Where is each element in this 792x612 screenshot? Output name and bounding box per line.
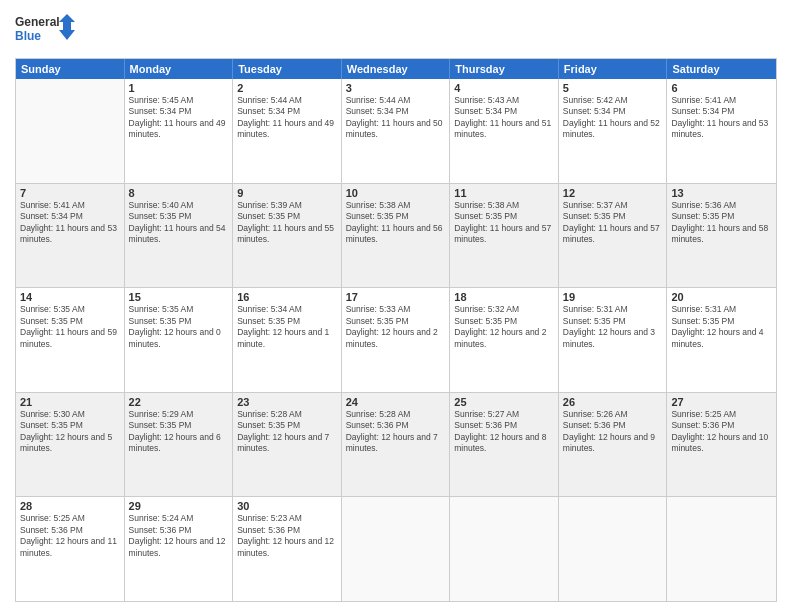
calendar-cell: 21Sunrise: 5:30 AM Sunset: 5:35 PM Dayli… (16, 393, 125, 497)
cell-info: Sunrise: 5:24 AM Sunset: 5:36 PM Dayligh… (129, 513, 229, 559)
day-number: 30 (237, 500, 337, 512)
calendar-cell: 28Sunrise: 5:25 AM Sunset: 5:36 PM Dayli… (16, 497, 125, 601)
calendar-cell: 29Sunrise: 5:24 AM Sunset: 5:36 PM Dayli… (125, 497, 234, 601)
calendar-day-header: Monday (125, 59, 234, 79)
calendar-cell: 9Sunrise: 5:39 AM Sunset: 5:35 PM Daylig… (233, 184, 342, 288)
calendar-cell (559, 497, 668, 601)
day-number: 14 (20, 291, 120, 303)
day-number: 19 (563, 291, 663, 303)
calendar-cell: 3Sunrise: 5:44 AM Sunset: 5:34 PM Daylig… (342, 79, 451, 183)
calendar-row: 28Sunrise: 5:25 AM Sunset: 5:36 PM Dayli… (16, 497, 776, 601)
cell-info: Sunrise: 5:38 AM Sunset: 5:35 PM Dayligh… (346, 200, 446, 246)
cell-info: Sunrise: 5:30 AM Sunset: 5:35 PM Dayligh… (20, 409, 120, 455)
cell-info: Sunrise: 5:31 AM Sunset: 5:35 PM Dayligh… (563, 304, 663, 350)
calendar-cell: 26Sunrise: 5:26 AM Sunset: 5:36 PM Dayli… (559, 393, 668, 497)
day-number: 13 (671, 187, 772, 199)
calendar-cell: 16Sunrise: 5:34 AM Sunset: 5:35 PM Dayli… (233, 288, 342, 392)
calendar-day-header: Wednesday (342, 59, 451, 79)
calendar-cell: 17Sunrise: 5:33 AM Sunset: 5:35 PM Dayli… (342, 288, 451, 392)
cell-info: Sunrise: 5:25 AM Sunset: 5:36 PM Dayligh… (671, 409, 772, 455)
calendar-cell: 20Sunrise: 5:31 AM Sunset: 5:35 PM Dayli… (667, 288, 776, 392)
cell-info: Sunrise: 5:42 AM Sunset: 5:34 PM Dayligh… (563, 95, 663, 141)
calendar-cell: 11Sunrise: 5:38 AM Sunset: 5:35 PM Dayli… (450, 184, 559, 288)
calendar-row: 14Sunrise: 5:35 AM Sunset: 5:35 PM Dayli… (16, 288, 776, 393)
calendar-header: SundayMondayTuesdayWednesdayThursdayFrid… (16, 59, 776, 79)
day-number: 22 (129, 396, 229, 408)
day-number: 16 (237, 291, 337, 303)
cell-info: Sunrise: 5:38 AM Sunset: 5:35 PM Dayligh… (454, 200, 554, 246)
calendar-cell: 1Sunrise: 5:45 AM Sunset: 5:34 PM Daylig… (125, 79, 234, 183)
calendar-cell: 8Sunrise: 5:40 AM Sunset: 5:35 PM Daylig… (125, 184, 234, 288)
day-number: 25 (454, 396, 554, 408)
calendar-cell: 19Sunrise: 5:31 AM Sunset: 5:35 PM Dayli… (559, 288, 668, 392)
calendar-cell (667, 497, 776, 601)
cell-info: Sunrise: 5:44 AM Sunset: 5:34 PM Dayligh… (346, 95, 446, 141)
calendar: SundayMondayTuesdayWednesdayThursdayFrid… (15, 58, 777, 602)
calendar-body: 1Sunrise: 5:45 AM Sunset: 5:34 PM Daylig… (16, 79, 776, 601)
calendar-row: 1Sunrise: 5:45 AM Sunset: 5:34 PM Daylig… (16, 79, 776, 184)
day-number: 10 (346, 187, 446, 199)
cell-info: Sunrise: 5:26 AM Sunset: 5:36 PM Dayligh… (563, 409, 663, 455)
calendar-day-header: Friday (559, 59, 668, 79)
day-number: 18 (454, 291, 554, 303)
cell-info: Sunrise: 5:43 AM Sunset: 5:34 PM Dayligh… (454, 95, 554, 141)
calendar-cell (342, 497, 451, 601)
svg-text:Blue: Blue (15, 29, 41, 43)
day-number: 26 (563, 396, 663, 408)
cell-info: Sunrise: 5:36 AM Sunset: 5:35 PM Dayligh… (671, 200, 772, 246)
day-number: 9 (237, 187, 337, 199)
cell-info: Sunrise: 5:45 AM Sunset: 5:34 PM Dayligh… (129, 95, 229, 141)
logo: General Blue (15, 10, 75, 50)
day-number: 7 (20, 187, 120, 199)
day-number: 3 (346, 82, 446, 94)
day-number: 21 (20, 396, 120, 408)
day-number: 6 (671, 82, 772, 94)
calendar-cell: 4Sunrise: 5:43 AM Sunset: 5:34 PM Daylig… (450, 79, 559, 183)
calendar-day-header: Tuesday (233, 59, 342, 79)
calendar-cell: 12Sunrise: 5:37 AM Sunset: 5:35 PM Dayli… (559, 184, 668, 288)
calendar-day-header: Saturday (667, 59, 776, 79)
cell-info: Sunrise: 5:33 AM Sunset: 5:35 PM Dayligh… (346, 304, 446, 350)
calendar-cell (16, 79, 125, 183)
calendar-cell: 27Sunrise: 5:25 AM Sunset: 5:36 PM Dayli… (667, 393, 776, 497)
day-number: 17 (346, 291, 446, 303)
cell-info: Sunrise: 5:35 AM Sunset: 5:35 PM Dayligh… (20, 304, 120, 350)
cell-info: Sunrise: 5:25 AM Sunset: 5:36 PM Dayligh… (20, 513, 120, 559)
calendar-cell: 2Sunrise: 5:44 AM Sunset: 5:34 PM Daylig… (233, 79, 342, 183)
day-number: 2 (237, 82, 337, 94)
cell-info: Sunrise: 5:23 AM Sunset: 5:36 PM Dayligh… (237, 513, 337, 559)
cell-info: Sunrise: 5:28 AM Sunset: 5:36 PM Dayligh… (346, 409, 446, 455)
calendar-cell: 10Sunrise: 5:38 AM Sunset: 5:35 PM Dayli… (342, 184, 451, 288)
calendar-day-header: Sunday (16, 59, 125, 79)
cell-info: Sunrise: 5:44 AM Sunset: 5:34 PM Dayligh… (237, 95, 337, 141)
day-number: 29 (129, 500, 229, 512)
calendar-cell: 15Sunrise: 5:35 AM Sunset: 5:35 PM Dayli… (125, 288, 234, 392)
calendar-cell: 13Sunrise: 5:36 AM Sunset: 5:35 PM Dayli… (667, 184, 776, 288)
calendar-cell: 14Sunrise: 5:35 AM Sunset: 5:35 PM Dayli… (16, 288, 125, 392)
calendar-cell: 25Sunrise: 5:27 AM Sunset: 5:36 PM Dayli… (450, 393, 559, 497)
cell-info: Sunrise: 5:28 AM Sunset: 5:35 PM Dayligh… (237, 409, 337, 455)
svg-text:General: General (15, 15, 60, 29)
calendar-row: 7Sunrise: 5:41 AM Sunset: 5:34 PM Daylig… (16, 184, 776, 289)
page-header: General Blue (15, 10, 777, 50)
day-number: 20 (671, 291, 772, 303)
day-number: 15 (129, 291, 229, 303)
day-number: 28 (20, 500, 120, 512)
cell-info: Sunrise: 5:41 AM Sunset: 5:34 PM Dayligh… (20, 200, 120, 246)
calendar-row: 21Sunrise: 5:30 AM Sunset: 5:35 PM Dayli… (16, 393, 776, 498)
cell-info: Sunrise: 5:32 AM Sunset: 5:35 PM Dayligh… (454, 304, 554, 350)
day-number: 4 (454, 82, 554, 94)
cell-info: Sunrise: 5:29 AM Sunset: 5:35 PM Dayligh… (129, 409, 229, 455)
day-number: 12 (563, 187, 663, 199)
day-number: 27 (671, 396, 772, 408)
day-number: 11 (454, 187, 554, 199)
cell-info: Sunrise: 5:27 AM Sunset: 5:36 PM Dayligh… (454, 409, 554, 455)
calendar-day-header: Thursday (450, 59, 559, 79)
calendar-cell: 22Sunrise: 5:29 AM Sunset: 5:35 PM Dayli… (125, 393, 234, 497)
calendar-cell: 7Sunrise: 5:41 AM Sunset: 5:34 PM Daylig… (16, 184, 125, 288)
cell-info: Sunrise: 5:34 AM Sunset: 5:35 PM Dayligh… (237, 304, 337, 350)
day-number: 5 (563, 82, 663, 94)
calendar-cell: 24Sunrise: 5:28 AM Sunset: 5:36 PM Dayli… (342, 393, 451, 497)
calendar-cell: 18Sunrise: 5:32 AM Sunset: 5:35 PM Dayli… (450, 288, 559, 392)
cell-info: Sunrise: 5:31 AM Sunset: 5:35 PM Dayligh… (671, 304, 772, 350)
